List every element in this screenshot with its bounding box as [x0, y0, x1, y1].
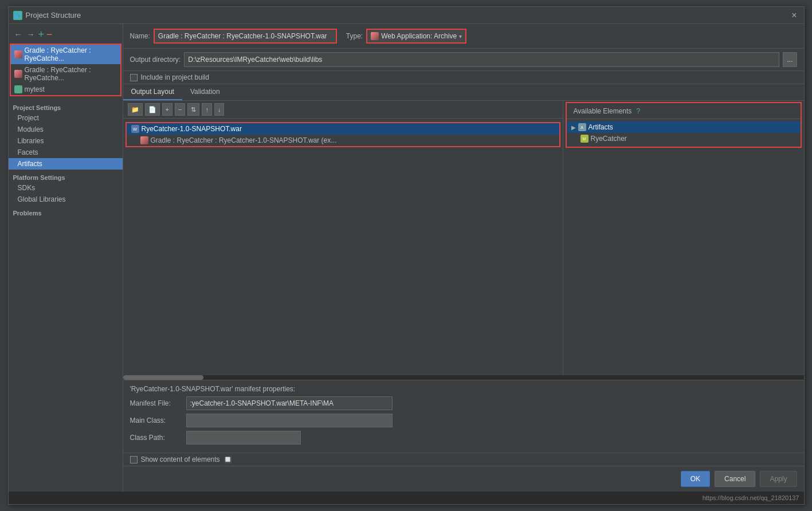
avail-item-ryecatcher[interactable]: M RyeCatcher: [567, 133, 801, 144]
sidebar-tree-label-1: Gradle : RyeCatcher : RyeCatche...: [25, 46, 117, 62]
sidebar-item-global-libraries[interactable]: Global Libraries: [9, 194, 123, 205]
output-dir-row: Output directory: ...: [123, 49, 804, 71]
sidebar-item-artifacts[interactable]: Artifacts: [9, 158, 123, 170]
show-content-checkbox[interactable]: [130, 456, 138, 463]
available-elements-highlight: Available Elements ? ▶ A Artifacts M: [566, 102, 802, 148]
expand-arrow-icon: ▶: [571, 124, 576, 131]
status-bar: https://blog.csdn.net/qq_21820137: [9, 492, 804, 504]
avail-ryecatcher-label: RyeCatcher: [591, 135, 627, 143]
gradle-dep-icon: [140, 136, 148, 144]
type-dropdown[interactable]: Web Application: Archive ▾: [366, 29, 466, 44]
manifest-file-input[interactable]: [186, 396, 393, 410]
layout-highlight-box: W RyeCatcher-1.0-SNAPSHOT.war Gradle : R…: [125, 122, 560, 147]
name-input[interactable]: [154, 29, 337, 44]
layout-sort-button[interactable]: ⇅: [187, 103, 199, 116]
project-settings-label: Project Settings: [9, 102, 123, 112]
apply-button[interactable]: Apply: [760, 471, 797, 487]
type-field-group: Type: Web Application: Archive ▾: [346, 29, 466, 44]
help-button[interactable]: ?: [636, 107, 640, 115]
main-class-input[interactable]: [186, 414, 393, 427]
layout-remove-button[interactable]: −: [175, 103, 185, 116]
file-icon: 📄: [148, 106, 156, 113]
available-tree: ▶ A Artifacts M RyeCatcher: [567, 119, 801, 147]
artifact-content: 📁 📄 + − ⇅ ↑ ↓: [123, 101, 804, 375]
main-class-label: Main Class:: [130, 416, 182, 424]
cancel-button[interactable]: Cancel: [715, 471, 755, 487]
gradle-icon-2: [14, 70, 22, 78]
class-path-input[interactable]: [186, 431, 301, 445]
layout-up-button[interactable]: ↑: [202, 103, 212, 116]
type-icon: [371, 32, 379, 40]
close-button[interactable]: ×: [789, 9, 799, 22]
layout-folder-button[interactable]: 📁: [128, 103, 143, 116]
artifact-header: Name: Type: Web Application: Archive ▾: [123, 24, 804, 49]
tree-item-gradle[interactable]: Gradle : RyeCatcher : RyeCatcher-1.0-SNA…: [127, 135, 559, 146]
window-title: Project Structure: [26, 11, 81, 19]
output-dir-input[interactable]: [184, 52, 779, 67]
sidebar-tree-item-1[interactable]: Gradle : RyeCatcher : RyeCatche...: [11, 45, 120, 64]
sidebar: ← → + − Gradle : RyeCatcher : RyeCatche.…: [9, 24, 123, 492]
tab-validation[interactable]: Validation: [182, 84, 228, 100]
sidebar-tree-label-3: mytest: [25, 85, 45, 93]
sidebar-toolbar: ← → + −: [9, 26, 123, 42]
back-button[interactable]: ←: [13, 29, 23, 40]
title-bar: Project Structure ×: [9, 7, 804, 24]
layout-tree: W RyeCatcher-1.0-SNAPSHOT.war Gradle : R…: [123, 119, 563, 375]
project-structure-window: Project Structure × ← → + − Gradle : Rye…: [8, 6, 805, 505]
platform-settings-label: Platform Settings: [9, 172, 123, 182]
layout-toolbar: 📁 📄 + − ⇅ ↑ ↓: [123, 101, 563, 119]
status-url: https://blog.csdn.net/qq_21820137: [703, 494, 799, 501]
main-content: ← → + − Gradle : RyeCatcher : RyeCatche.…: [9, 24, 804, 492]
sidebar-tree-item-2[interactable]: Gradle : RyeCatcher : RyeCatche...: [11, 64, 120, 84]
output-dir-label: Output directory:: [130, 56, 181, 64]
title-bar-left: Project Structure: [13, 11, 81, 20]
tree-item-war[interactable]: W RyeCatcher-1.0-SNAPSHOT.war: [127, 123, 559, 135]
sidebar-item-modules[interactable]: Modules: [9, 124, 123, 135]
show-content-icon: 🔲: [223, 455, 232, 463]
sidebar-item-sdks[interactable]: SDKs: [9, 182, 123, 194]
folder-icon: 📁: [131, 106, 139, 113]
mytest-icon: [14, 85, 22, 93]
tab-output-layout[interactable]: Output Layout: [123, 84, 182, 100]
tabs-row: Output Layout Validation: [123, 84, 804, 101]
app-icon: [13, 11, 22, 20]
gradle-icon-1: [14, 50, 22, 58]
remove-artifact-button[interactable]: −: [46, 29, 53, 40]
include-checkbox[interactable]: [130, 74, 138, 81]
show-content-label: Show content of elements: [141, 455, 220, 463]
war-icon: W: [131, 125, 139, 133]
avail-artifacts-label: Artifacts: [589, 123, 613, 131]
forward-button[interactable]: →: [26, 29, 36, 40]
browse-button[interactable]: ...: [783, 52, 797, 67]
manifest-title: 'RyeCatcher-1.0-SNAPSHOT.war' manifest p…: [130, 385, 797, 393]
sidebar-item-facets[interactable]: Facets: [9, 147, 123, 158]
artifact-tree-highlighted: Gradle : RyeCatcher : RyeCatche... Gradl…: [10, 44, 121, 96]
class-path-label: Class Path:: [130, 434, 182, 442]
available-elements-label: Available Elements: [574, 107, 632, 115]
main-panel: Name: Type: Web Application: Archive ▾ O…: [123, 24, 804, 492]
bottom-bar: OK Cancel Apply: [123, 466, 804, 492]
horizontal-scrollbar[interactable]: [123, 375, 804, 380]
avail-item-artifacts[interactable]: ▶ A Artifacts: [567, 121, 801, 133]
include-label: Include in project build: [141, 73, 209, 81]
layout-down-button[interactable]: ↓: [214, 103, 225, 116]
sidebar-tree-label-2: Gradle : RyeCatcher : RyeCatche...: [25, 66, 117, 82]
include-row: Include in project build: [123, 71, 804, 84]
ok-button[interactable]: OK: [681, 471, 710, 487]
manifest-file-row: Manifest File:: [130, 396, 797, 410]
svg-rect-2: [16, 15, 18, 18]
manifest-section: 'RyeCatcher-1.0-SNAPSHOT.war' manifest p…: [123, 380, 804, 453]
scrollbar-thumb: [123, 375, 203, 380]
sidebar-item-libraries[interactable]: Libraries: [9, 135, 123, 147]
show-content-row: Show content of elements 🔲: [123, 453, 804, 466]
dropdown-arrow-icon: ▾: [459, 33, 462, 40]
layout-add-button[interactable]: +: [162, 103, 172, 116]
type-label: Type:: [346, 32, 363, 40]
type-value: Web Application: Archive: [381, 32, 457, 40]
add-artifact-button[interactable]: +: [38, 29, 45, 40]
sidebar-item-project[interactable]: Project: [9, 112, 123, 124]
problems-label: Problems: [9, 207, 123, 218]
layout-file-button[interactable]: 📄: [145, 103, 160, 116]
module-folder-icon: M: [580, 135, 589, 143]
sidebar-tree-item-3[interactable]: mytest: [11, 84, 120, 95]
